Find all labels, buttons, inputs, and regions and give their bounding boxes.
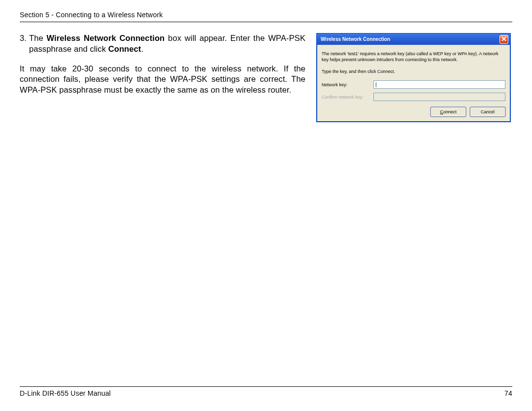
step-3-text: 3. The Wireless Network Connection box w… (20, 33, 305, 55)
step-lead: The (29, 34, 47, 42)
step-bold-2: Connect (108, 44, 141, 53)
wireless-connection-dialog: Wireless Network Connection The network … (316, 33, 511, 122)
network-key-label: Network key: (322, 82, 373, 88)
footer-manual-name: D-Link DIR-655 User Manual (20, 389, 111, 397)
confirm-key-label: Confirm network key: (322, 94, 373, 100)
dialog-instruction: Type the key, and then click Connect. (322, 68, 505, 74)
step-bold-1: Wireless Network Connection (47, 34, 165, 42)
cancel-label: Cancel (481, 109, 495, 115)
dialog-description: The network 'test1' requires a network k… (322, 51, 505, 63)
section-header: Section 5 - Connecting to a Wireless Net… (20, 11, 512, 22)
close-icon (501, 36, 506, 42)
confirm-key-input[interactable] (373, 93, 505, 101)
connect-button[interactable]: Connect (431, 107, 466, 117)
network-key-input[interactable]: | (373, 80, 505, 89)
step-end: . (141, 44, 143, 53)
dialog-title: Wireless Network Connection (321, 36, 390, 42)
step-number: 3. (20, 33, 29, 55)
dialog-titlebar: Wireless Network Connection (317, 34, 510, 45)
connect-rest: onnect (443, 109, 457, 114)
cancel-button[interactable]: Cancel (470, 107, 505, 117)
close-button[interactable] (499, 35, 508, 44)
explanation-paragraph: It may take 20-30 seconds to connect to … (20, 64, 305, 96)
page-number: 74 (504, 389, 512, 397)
